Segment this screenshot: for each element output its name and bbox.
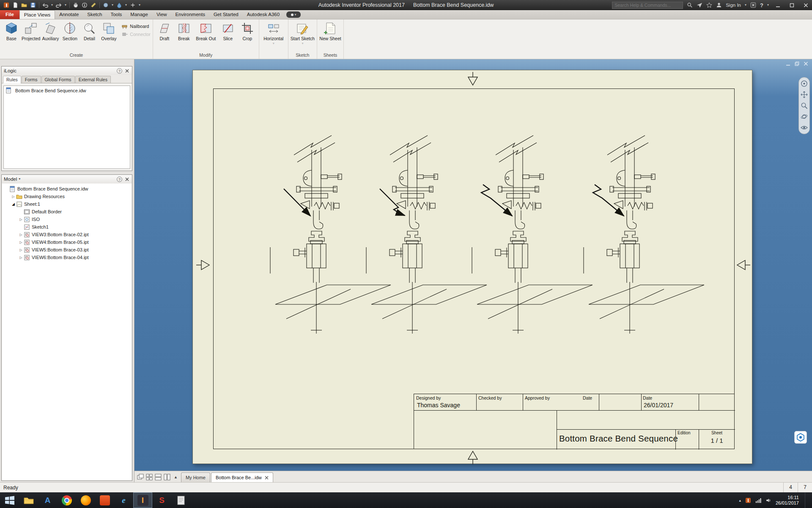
graphics-viewport[interactable]: Designed by Thomas Savage Checked by App…: [134, 59, 812, 471]
notepad-button[interactable]: [171, 492, 190, 508]
horizontal-button[interactable]: Horizontal▾: [261, 20, 286, 45]
tab-my-home[interactable]: My Home: [181, 472, 210, 482]
expander-icon[interactable]: ▷: [18, 248, 24, 252]
a360-assistant-button[interactable]: [794, 431, 807, 444]
new-sheet-button[interactable]: New Sheet: [319, 20, 341, 41]
detail-button[interactable]: Detail: [80, 20, 99, 41]
expander-icon[interactable]: ▷: [18, 233, 24, 237]
tab-environments[interactable]: Environments: [171, 10, 209, 19]
autocad-button[interactable]: A: [38, 492, 57, 508]
hidden-icons-chevron[interactable]: ▴: [739, 498, 741, 502]
ilogic-tab-external-rules[interactable]: External Rules: [75, 76, 111, 83]
auxiliary-button[interactable]: Auxiliary: [41, 20, 60, 41]
ribbon-display-options[interactable]: ▾: [286, 11, 301, 18]
customize-plus-icon[interactable]: [130, 2, 136, 8]
help-caret-icon[interactable]: ▾: [767, 3, 769, 7]
firefox-button[interactable]: [76, 492, 95, 508]
drawing-view-3[interactable]: [471, 134, 598, 364]
start-sketch-button[interactable]: Start Sketch▾: [291, 20, 315, 45]
s-app-button[interactable]: S: [152, 492, 171, 508]
model-title-caret-icon[interactable]: ▾: [19, 177, 20, 181]
tile-windows-icon[interactable]: [146, 474, 153, 480]
base-button[interactable]: Base: [2, 20, 21, 41]
tile-horizontal-icon[interactable]: [155, 474, 162, 480]
projected-button[interactable]: Projected: [22, 20, 40, 41]
expander-icon[interactable]: ▷: [18, 256, 24, 260]
expander-icon[interactable]: ◢: [11, 202, 16, 206]
model-panel-header[interactable]: Model ▾ ?: [2, 175, 132, 183]
draft-button[interactable]: Draft: [155, 20, 174, 41]
tab-view[interactable]: View: [152, 10, 171, 19]
tab-sketch[interactable]: Sketch: [83, 10, 106, 19]
share-icon[interactable]: [697, 2, 702, 8]
tray-inventor-icon[interactable]: [745, 497, 751, 503]
tab-manage[interactable]: Manage: [126, 10, 152, 19]
pan-icon[interactable]: [801, 91, 808, 98]
tree-item-view4[interactable]: ▷ VIEW4:Bottom Brace-05.ipt: [2, 238, 132, 246]
redo-caret-icon[interactable]: ▾: [65, 3, 66, 7]
ilogic-help-icon[interactable]: ?: [117, 68, 122, 74]
break-button[interactable]: Break: [175, 20, 193, 41]
ribbon-group-label-create[interactable]: Create: [2, 52, 151, 59]
search-submit-icon[interactable]: [687, 2, 693, 8]
material-caret-icon[interactable]: ▾: [112, 3, 113, 7]
tab-autodesk-a360[interactable]: Autodesk A360: [243, 10, 284, 19]
tree-item-view3[interactable]: ▷ VIEW3:Bottom Brace-02.ipt: [2, 231, 132, 238]
orbit-icon[interactable]: [801, 113, 808, 120]
undo-icon[interactable]: [42, 2, 48, 8]
sign-in-button[interactable]: Sign In: [726, 3, 741, 8]
show-desktop-button[interactable]: [805, 492, 808, 508]
iproperties-icon[interactable]: [82, 2, 88, 8]
cascade-windows-icon[interactable]: [137, 474, 144, 480]
favorites-star-icon[interactable]: [706, 2, 712, 8]
ilogic-tab-forms[interactable]: Forms: [22, 76, 41, 83]
tree-item-view6[interactable]: ▷ VIEW6:Bottom Brace-04.ipt: [2, 254, 132, 261]
doc-close-icon[interactable]: [803, 61, 809, 66]
ilogic-tab-rules[interactable]: Rules: [3, 76, 21, 83]
drawing-view-4[interactable]: [583, 134, 710, 364]
window-maximize-button[interactable]: [787, 1, 797, 9]
tab-document[interactable]: Bottom Brace Be...idw: [211, 472, 273, 482]
print-icon[interactable]: [73, 2, 79, 8]
window-close-button[interactable]: [801, 1, 811, 9]
taskbar-clock[interactable]: 16:11 26/01/2017: [776, 495, 799, 506]
redo-icon[interactable]: [56, 2, 62, 8]
collapse-tab-bar-icon[interactable]: ▲: [174, 475, 178, 479]
start-button[interactable]: [0, 492, 19, 508]
material-icon[interactable]: [103, 2, 109, 8]
qat-overflow-caret-icon[interactable]: ▾: [139, 3, 140, 7]
measure-icon[interactable]: [91, 2, 96, 8]
model-help-icon[interactable]: ?: [117, 177, 122, 182]
save-icon[interactable]: [30, 2, 36, 8]
open-file-icon[interactable]: [21, 2, 27, 8]
slice-button[interactable]: Slice: [219, 20, 237, 41]
expander-icon[interactable]: ▷: [18, 240, 24, 244]
ilogic-tab-global-forms[interactable]: Global Forms: [41, 76, 75, 83]
file-explorer-button[interactable]: [19, 492, 38, 508]
internet-explorer-button[interactable]: e: [114, 492, 133, 508]
tree-item-sheet1[interactable]: ◢ Sheet:1: [2, 200, 132, 208]
section-button[interactable]: Section: [60, 20, 79, 41]
ribbon-group-label-sketch[interactable]: Sketch: [291, 52, 315, 59]
tile-vertical-icon[interactable]: [164, 474, 170, 480]
tab-annotate[interactable]: Annotate: [55, 10, 83, 19]
ilogic-rule-item[interactable]: Bottom Brace Bend Sequence.idw: [5, 87, 128, 94]
ilogic-close-icon[interactable]: [124, 68, 130, 74]
network-icon[interactable]: [755, 497, 761, 503]
model-close-icon[interactable]: [124, 177, 130, 182]
tree-item-iso[interactable]: ▷ ISO: [2, 215, 132, 223]
user-icon[interactable]: [716, 2, 722, 8]
chrome-button[interactable]: [57, 492, 76, 508]
undo-caret-icon[interactable]: ▾: [51, 3, 53, 7]
red-app-button[interactable]: [95, 492, 114, 508]
tree-item-drawing-resources[interactable]: ▷ Drawing Resources: [2, 193, 132, 200]
tab-file[interactable]: File: [0, 10, 19, 19]
expander-icon[interactable]: ▷: [18, 218, 24, 221]
ribbon-group-label-modify[interactable]: Modify: [155, 52, 257, 59]
nailboard-button[interactable]: Nailboard: [121, 23, 150, 30]
expander-icon[interactable]: ▷: [11, 195, 16, 199]
tree-item-sketch1[interactable]: Sketch1: [2, 223, 132, 231]
doc-minimize-icon[interactable]: [785, 61, 791, 66]
ribbon-group-label-sheets[interactable]: Sheets: [319, 52, 341, 59]
zoom-icon[interactable]: [801, 102, 808, 109]
